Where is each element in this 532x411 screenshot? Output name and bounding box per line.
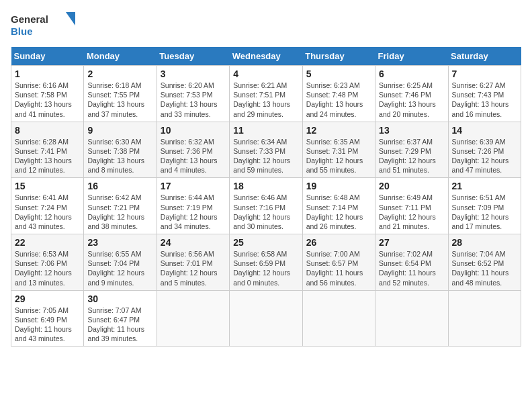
day-info: Sunrise: 6:51 AMSunset: 7:09 PMDaylight:… [452, 193, 509, 230]
calendar-week-row: 22Sunrise: 6:53 AMSunset: 7:06 PMDayligh… [11, 234, 521, 291]
day-info: Sunrise: 6:46 AMSunset: 7:16 PMDaylight:… [233, 193, 290, 230]
day-number: 27 [379, 237, 444, 248]
svg-text:Blue: Blue [11, 26, 33, 37]
day-info: Sunrise: 6:56 AMSunset: 7:01 PMDaylight:… [161, 250, 218, 287]
weekday-header-tuesday: Tuesday [157, 47, 229, 66]
calendar-day-cell: 12Sunrise: 6:35 AMSunset: 7:31 PMDayligh… [302, 122, 375, 178]
day-number: 22 [15, 237, 80, 248]
weekday-header-monday: Monday [84, 47, 157, 66]
logo-svg: General Blue [11, 11, 78, 40]
calendar-day-cell: 15Sunrise: 6:41 AMSunset: 7:24 PMDayligh… [11, 178, 84, 234]
calendar-week-row: 1Sunrise: 6:16 AMSunset: 7:58 PMDaylight… [11, 66, 521, 122]
day-number: 6 [379, 68, 444, 79]
day-number: 24 [161, 237, 226, 248]
day-info: Sunrise: 6:53 AMSunset: 7:06 PMDaylight:… [15, 250, 72, 287]
calendar-day-cell: 14Sunrise: 6:39 AMSunset: 7:26 PMDayligh… [448, 122, 521, 178]
day-number: 25 [233, 237, 298, 248]
day-number: 29 [15, 293, 80, 304]
day-info: Sunrise: 6:23 AMSunset: 7:48 PMDaylight:… [306, 81, 363, 118]
day-info: Sunrise: 6:30 AMSunset: 7:38 PMDaylight:… [87, 138, 144, 175]
day-number: 13 [379, 125, 444, 136]
day-number: 16 [87, 181, 152, 191]
svg-text:General: General [11, 13, 48, 25]
calendar-table: SundayMondayTuesdayWednesdayThursdayFrid… [11, 47, 521, 347]
calendar-day-cell: 3Sunrise: 6:20 AMSunset: 7:53 PMDaylight… [157, 66, 229, 122]
calendar-day-cell: 21Sunrise: 6:51 AMSunset: 7:09 PMDayligh… [448, 178, 521, 234]
calendar-day-cell [375, 290, 448, 347]
calendar-day-cell: 30Sunrise: 7:07 AMSunset: 6:47 PMDayligh… [84, 290, 157, 347]
calendar-day-cell: 2Sunrise: 6:18 AMSunset: 7:55 PMDaylight… [84, 66, 157, 122]
day-number: 1 [15, 68, 80, 79]
calendar-day-cell [157, 290, 229, 347]
day-info: Sunrise: 7:05 AMSunset: 6:49 PMDaylight:… [15, 306, 72, 343]
calendar-day-cell: 16Sunrise: 6:42 AMSunset: 7:21 PMDayligh… [84, 178, 157, 234]
calendar-day-cell: 17Sunrise: 6:44 AMSunset: 7:19 PMDayligh… [157, 178, 229, 234]
calendar-day-cell: 22Sunrise: 6:53 AMSunset: 7:06 PMDayligh… [11, 234, 84, 291]
day-info: Sunrise: 6:55 AMSunset: 7:04 PMDaylight:… [87, 250, 144, 287]
day-number: 21 [452, 181, 517, 191]
day-info: Sunrise: 6:28 AMSunset: 7:41 PMDaylight:… [15, 138, 72, 175]
day-number: 15 [15, 181, 80, 191]
weekday-header-row: SundayMondayTuesdayWednesdayThursdayFrid… [11, 47, 521, 66]
weekday-header-thursday: Thursday [302, 47, 375, 66]
calendar-day-cell: 8Sunrise: 6:28 AMSunset: 7:41 PMDaylight… [11, 122, 84, 178]
day-info: Sunrise: 6:58 AMSunset: 6:59 PMDaylight:… [233, 250, 290, 287]
calendar-day-cell: 23Sunrise: 6:55 AMSunset: 7:04 PMDayligh… [84, 234, 157, 291]
day-info: Sunrise: 6:39 AMSunset: 7:26 PMDaylight:… [452, 138, 509, 175]
weekday-header-sunday: Sunday [11, 47, 84, 66]
day-number: 20 [379, 181, 444, 191]
calendar-week-row: 29Sunrise: 7:05 AMSunset: 6:49 PMDayligh… [11, 290, 521, 347]
weekday-header-friday: Friday [375, 47, 448, 66]
calendar-day-cell: 4Sunrise: 6:21 AMSunset: 7:51 PMDaylight… [230, 66, 302, 122]
day-info: Sunrise: 6:21 AMSunset: 7:51 PMDaylight:… [233, 81, 290, 118]
calendar-day-cell: 13Sunrise: 6:37 AMSunset: 7:29 PMDayligh… [375, 122, 448, 178]
calendar-day-cell: 10Sunrise: 6:32 AMSunset: 7:36 PMDayligh… [157, 122, 229, 178]
day-number: 19 [306, 181, 371, 191]
day-info: Sunrise: 6:18 AMSunset: 7:55 PMDaylight:… [87, 81, 144, 118]
day-info: Sunrise: 6:32 AMSunset: 7:36 PMDaylight:… [161, 138, 218, 175]
day-info: Sunrise: 6:44 AMSunset: 7:19 PMDaylight:… [161, 193, 218, 230]
weekday-header-wednesday: Wednesday [230, 47, 302, 66]
day-info: Sunrise: 6:48 AMSunset: 7:14 PMDaylight:… [306, 193, 363, 230]
day-number: 8 [15, 125, 80, 136]
calendar-week-row: 8Sunrise: 6:28 AMSunset: 7:41 PMDaylight… [11, 122, 521, 178]
logo: General Blue [11, 11, 78, 40]
day-info: Sunrise: 6:25 AMSunset: 7:46 PMDaylight:… [379, 81, 436, 118]
calendar-day-cell [448, 290, 521, 347]
day-info: Sunrise: 6:49 AMSunset: 7:11 PMDaylight:… [379, 193, 436, 230]
day-number: 17 [161, 181, 226, 191]
weekday-header-saturday: Saturday [448, 47, 521, 66]
svg-marker-2 [66, 12, 75, 26]
calendar-day-cell: 11Sunrise: 6:34 AMSunset: 7:33 PMDayligh… [230, 122, 302, 178]
calendar-day-cell: 28Sunrise: 7:04 AMSunset: 6:52 PMDayligh… [448, 234, 521, 291]
calendar-day-cell [230, 290, 302, 347]
day-number: 7 [452, 68, 517, 79]
day-info: Sunrise: 6:34 AMSunset: 7:33 PMDaylight:… [233, 138, 290, 175]
day-number: 10 [161, 125, 226, 136]
day-number: 14 [452, 125, 517, 136]
day-info: Sunrise: 7:07 AMSunset: 6:47 PMDaylight:… [87, 306, 144, 343]
day-info: Sunrise: 6:41 AMSunset: 7:24 PMDaylight:… [15, 193, 72, 230]
day-info: Sunrise: 6:37 AMSunset: 7:29 PMDaylight:… [379, 138, 436, 175]
calendar-day-cell: 6Sunrise: 6:25 AMSunset: 7:46 PMDaylight… [375, 66, 448, 122]
day-number: 5 [306, 68, 371, 79]
calendar-day-cell: 5Sunrise: 6:23 AMSunset: 7:48 PMDaylight… [302, 66, 375, 122]
calendar-day-cell: 25Sunrise: 6:58 AMSunset: 6:59 PMDayligh… [230, 234, 302, 291]
day-number: 28 [452, 237, 517, 248]
day-info: Sunrise: 6:27 AMSunset: 7:43 PMDaylight:… [452, 81, 509, 118]
day-info: Sunrise: 6:16 AMSunset: 7:58 PMDaylight:… [15, 81, 72, 118]
calendar-day-cell: 20Sunrise: 6:49 AMSunset: 7:11 PMDayligh… [375, 178, 448, 234]
day-number: 12 [306, 125, 371, 136]
day-info: Sunrise: 7:00 AMSunset: 6:57 PMDaylight:… [306, 250, 363, 287]
day-info: Sunrise: 6:42 AMSunset: 7:21 PMDaylight:… [87, 193, 144, 230]
day-number: 23 [87, 237, 152, 248]
calendar-day-cell: 9Sunrise: 6:30 AMSunset: 7:38 PMDaylight… [84, 122, 157, 178]
day-info: Sunrise: 6:35 AMSunset: 7:31 PMDaylight:… [306, 138, 363, 175]
day-number: 18 [233, 181, 298, 191]
calendar-day-cell: 24Sunrise: 6:56 AMSunset: 7:01 PMDayligh… [157, 234, 229, 291]
calendar-day-cell: 26Sunrise: 7:00 AMSunset: 6:57 PMDayligh… [302, 234, 375, 291]
calendar-day-cell: 27Sunrise: 7:02 AMSunset: 6:54 PMDayligh… [375, 234, 448, 291]
day-number: 4 [233, 68, 298, 79]
calendar-week-row: 15Sunrise: 6:41 AMSunset: 7:24 PMDayligh… [11, 178, 521, 234]
day-number: 11 [233, 125, 298, 136]
